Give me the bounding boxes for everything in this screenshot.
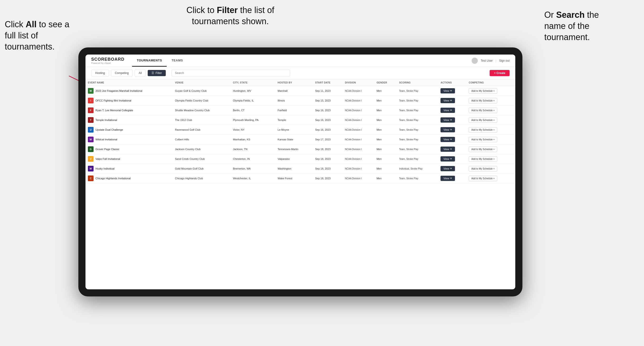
col-event-name: EVENT NAME [86,79,173,86]
add-to-schedule-button-4[interactable]: Add to My Schedule + [469,127,497,133]
filter-button[interactable]: ☰ Filter [148,70,166,76]
cell-actions-3: View 👁 [438,115,466,125]
cell-division-6: NCAA Division I [343,145,374,154]
team-logo-8: W [88,166,94,172]
cell-venue-5: Colbert Hills [173,135,230,145]
event-name-5: Wildcat Invitational [96,138,117,141]
add-to-schedule-button-8[interactable]: Add to My Schedule + [469,166,497,172]
view-icon-5: 👁 [450,138,452,141]
event-name-7: Valpo Fall Invitational [96,158,120,160]
cell-hosted-by-2: Fairfield [275,106,313,115]
cell-gender-6: Men [374,145,397,154]
cell-competing-7: Add to My Schedule + [466,154,515,164]
view-button-4[interactable]: View 👁 [440,127,455,132]
add-to-schedule-button-2[interactable]: Add to My Schedule + [469,108,497,113]
cell-scoring-4: Team, Stroke Play [397,125,438,135]
cell-scoring-9: Team, Stroke Play [397,173,438,183]
cell-actions-7: View 👁 [438,154,466,164]
cell-competing-8: Add to My Schedule + [466,164,515,173]
add-to-schedule-button-1[interactable]: Add to My Schedule + [469,98,497,103]
nav-tab-teams[interactable]: TEAMS [167,54,188,67]
filter-icon: ☰ [152,71,154,75]
table-row: W Husky Individual Gold Mountain Golf Cl… [86,164,515,173]
cell-gender-7: Men [374,154,397,164]
cell-division-4: NCAA Division I [343,125,374,135]
add-to-schedule-button-0[interactable]: Add to My Schedule + [469,88,497,94]
view-button-8[interactable]: View 👁 [440,166,455,171]
add-to-schedule-button-5[interactable]: Add to My Schedule + [469,137,497,142]
col-city-state: CITY, STATE [230,79,275,86]
cell-scoring-3: Team, Stroke Play [397,115,438,125]
main-nav: TOURNAMENTS TEAMS [132,54,188,67]
cell-event-name-7: V Valpo Fall Invitational [86,154,173,164]
table-row: T Temple Invitational The 1912 Club Plym… [86,115,515,125]
cell-scoring-7: Team, Stroke Play [397,154,438,164]
view-button-7[interactable]: View 👁 [440,156,455,162]
cell-city-state-2: Berlin, CT [230,106,275,115]
team-logo-4: U [88,127,94,133]
cell-actions-6: View 👁 [438,145,466,154]
event-name-4: Upstate Dual Challenge [96,128,123,131]
cell-event-name-3: T Temple Invitational [86,115,173,125]
view-button-5[interactable]: View 👁 [440,137,455,142]
add-to-schedule-button-7[interactable]: Add to My Schedule + [469,156,497,162]
view-button-3[interactable]: View 👁 [440,117,455,123]
view-button-2[interactable]: View 👁 [440,108,455,113]
cell-gender-3: Men [374,115,397,125]
cell-division-3: NCAA Division I [343,115,374,125]
cell-gender-1: Men [374,96,397,106]
tab-all[interactable]: All [135,70,146,76]
event-name-6: Grover Page Classic [96,148,120,151]
cell-city-state-1: Olympia Fields, IL [230,96,275,106]
view-icon-2: 👁 [450,109,452,111]
cell-city-state-8: Bremerton, WA [230,164,275,173]
view-button-6[interactable]: View 👁 [440,147,455,152]
cell-event-name-6: G Grover Page Classic [86,145,173,154]
annotation-top-center: Click to Filter the list oftournaments s… [162,5,299,27]
view-icon-8: 👁 [450,168,452,170]
search-input[interactable] [172,70,290,76]
cell-venue-3: The 1912 Club [173,115,230,125]
view-button-1[interactable]: View 👁 [440,98,455,103]
cell-division-5: NCAA Division I [343,135,374,145]
col-competing: COMPETING [466,79,515,86]
cell-start-date-9: Sep 18, 2023 [313,173,343,183]
view-icon-6: 👁 [450,148,452,150]
team-logo-3: T [88,117,94,123]
tab-hosting[interactable]: Hosting [91,70,109,76]
event-name-2: Ryan T. Lee Memorial Collegiate [96,109,133,112]
cell-hosted-by-9: Wake Forest [275,173,313,183]
col-division: DIVISION [343,79,374,86]
cell-gender-5: Men [374,135,397,145]
user-avatar [472,58,478,64]
cell-hosted-by-4: Le Moyne [275,125,313,135]
cell-city-state-3: Plymouth Meeting, PA [230,115,275,125]
nav-tab-tournaments[interactable]: TOURNAMENTS [132,54,167,67]
team-logo-5: W [88,137,94,142]
cell-scoring-2: Team, Stroke Play [397,106,438,115]
create-button[interactable]: + Create [490,70,510,76]
team-logo-0: M [88,88,94,94]
sign-out-link[interactable]: Sign out [499,59,510,62]
event-name-0: 2023 Joe Feaganes Marshall Invitational [96,89,142,92]
table-header-row: EVENT NAME VENUE CITY, STATE HOSTED BY S… [86,79,515,86]
add-to-schedule-button-3[interactable]: Add to My Schedule + [469,117,497,123]
tournaments-table-container: EVENT NAME VENUE CITY, STATE HOSTED BY S… [86,79,515,289]
add-to-schedule-button-6[interactable]: Add to My Schedule + [469,147,497,152]
view-button-9[interactable]: View 👁 [440,176,455,181]
toolbar: Hosting Competing All ☰ Filter + Create [86,67,515,79]
col-scoring: SCORING [397,79,438,86]
tab-competing[interactable]: Competing [111,70,133,76]
header-right: Test User | Sign out [472,58,510,64]
cell-hosted-by-3: Temple [275,115,313,125]
cell-venue-0: Guyan Golf & Country Club [173,86,230,96]
tournaments-table: EVENT NAME VENUE CITY, STATE HOSTED BY S… [86,79,515,183]
table-row: M 2023 Joe Feaganes Marshall Invitationa… [86,86,515,96]
cell-city-state-7: Chesterton, IN [230,154,275,164]
cell-division-2: NCAA Division I [343,106,374,115]
cell-division-7: NCAA Division I [343,154,374,164]
app-header: SCOREBOARD Powered by clippd TOURNAMENTS… [86,54,515,67]
add-to-schedule-button-9[interactable]: Add to My Schedule + [469,176,497,181]
view-button-0[interactable]: View 👁 [440,88,455,93]
col-hosted-by: HOSTED BY [275,79,313,86]
